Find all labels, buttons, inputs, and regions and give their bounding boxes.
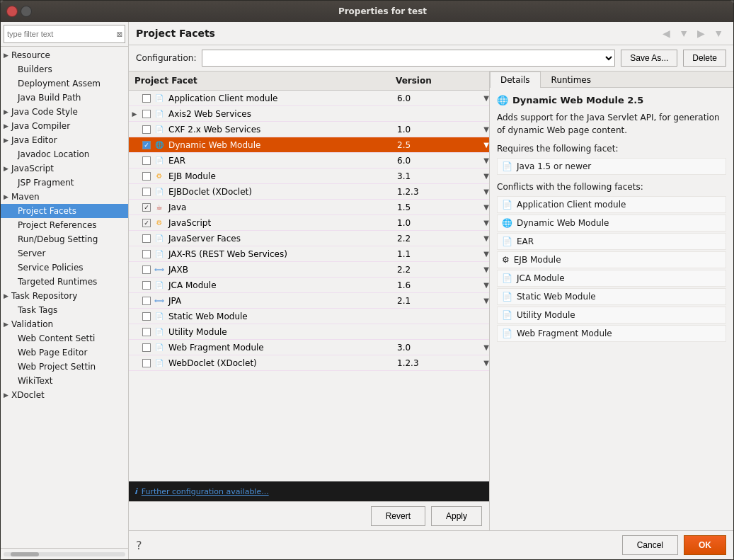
- table-row[interactable]: ⚙ JavaScript 1.0 ▼: [129, 215, 489, 231]
- version-dropdown[interactable]: ▼: [483, 141, 489, 149]
- checkbox[interactable]: [142, 328, 151, 336]
- sidebar-item-java-compiler[interactable]: ▶ Java Compiler: [1, 119, 128, 133]
- sidebar-item-resource[interactable]: ▶ Resource: [1, 48, 128, 62]
- sidebar-item-web-page-editor[interactable]: Web Page Editor: [1, 345, 128, 360]
- sidebar-item-web-content[interactable]: Web Content Setti: [1, 331, 128, 345]
- sidebar-item-validation[interactable]: ▶ Validation: [1, 317, 128, 331]
- checkbox[interactable]: [142, 125, 151, 134]
- checkbox[interactable]: [142, 156, 151, 165]
- row-checkbox[interactable]: [140, 188, 153, 196]
- sidebar-item-web-project[interactable]: Web Project Settin: [1, 360, 128, 374]
- sidebar-item-task-tags[interactable]: Task Tags: [1, 303, 128, 317]
- sidebar-item-task-repository[interactable]: ▶ Task Repository: [1, 289, 128, 303]
- close-button[interactable]: [6, 6, 18, 17]
- version-dropdown[interactable]: ▼: [483, 188, 489, 195]
- table-row[interactable]: 📄 CXF 2.x Web Services 1.0 ▼: [129, 122, 489, 137]
- table-row[interactable]: 📄 JavaServer Faces 2.2 ▼: [129, 231, 489, 246]
- table-row[interactable]: ☕ Java 1.5 ▼: [129, 200, 489, 215]
- sidebar-item-maven[interactable]: ▶ Maven: [1, 190, 128, 204]
- row-checkbox[interactable]: [140, 141, 153, 149]
- checkbox[interactable]: [142, 359, 151, 367]
- row-checkbox[interactable]: [140, 265, 153, 274]
- table-row[interactable]: 📄 JCA Module 1.6 ▼: [129, 278, 489, 293]
- version-dropdown[interactable]: ▼: [483, 265, 489, 273]
- row-checkbox[interactable]: [140, 219, 153, 227]
- table-row[interactable]: ⟺ JPA 2.1 ▼: [129, 293, 489, 309]
- version-dropdown[interactable]: ▼: [483, 359, 489, 367]
- help-icon[interactable]: ?: [136, 539, 142, 552]
- version-dropdown[interactable]: ▼: [483, 250, 489, 258]
- row-checkbox[interactable]: [140, 125, 153, 134]
- back-dropdown[interactable]: ▼: [676, 26, 692, 40]
- table-row[interactable]: ▶ 📄 Axis2 Web Services: [129, 106, 489, 122]
- version-dropdown[interactable]: ▼: [483, 203, 489, 211]
- sidebar-item-xdoclet[interactable]: ▶ XDoclet: [1, 388, 128, 402]
- minimize-button[interactable]: [21, 6, 32, 17]
- config-select[interactable]: [202, 50, 615, 67]
- sidebar-item-builders[interactable]: Builders: [1, 62, 128, 76]
- checkbox[interactable]: [142, 343, 151, 352]
- checkbox[interactable]: [142, 312, 151, 321]
- table-row[interactable]: 📄 Web Fragment Module 3.0 ▼: [129, 340, 489, 355]
- row-checkbox[interactable]: [140, 203, 153, 212]
- sidebar-item-project-facets[interactable]: Project Facets: [1, 204, 128, 218]
- row-checkbox[interactable]: [140, 328, 153, 336]
- table-row[interactable]: 📄 Utility Module: [129, 324, 489, 340]
- sidebar-item-wikitext[interactable]: WikiText: [1, 374, 128, 388]
- sidebar-item-jsp-fragment[interactable]: JSP Fragment: [1, 176, 128, 190]
- table-row[interactable]: 📄 EJBDoclet (XDoclet) 1.2.3 ▼: [129, 184, 489, 200]
- sidebar-item-project-references[interactable]: Project References: [1, 218, 128, 232]
- apply-button[interactable]: Apply: [431, 506, 482, 526]
- checkbox[interactable]: [142, 188, 151, 196]
- row-checkbox[interactable]: [140, 110, 153, 118]
- row-checkbox[interactable]: [140, 297, 153, 305]
- delete-button[interactable]: Delete: [683, 50, 726, 67]
- sidebar-item-deployment[interactable]: Deployment Assem: [1, 76, 128, 91]
- table-row[interactable]: 📄 Static Web Module: [129, 309, 489, 324]
- tab-details[interactable]: Details: [490, 72, 541, 88]
- checkbox[interactable]: [142, 141, 151, 149]
- version-dropdown[interactable]: ▼: [483, 125, 489, 133]
- version-dropdown[interactable]: ▼: [483, 94, 489, 102]
- sidebar-item-service-policies[interactable]: Service Policies: [1, 261, 128, 275]
- version-dropdown[interactable]: ▼: [483, 234, 489, 242]
- table-row[interactable]: 📄 JAX-RS (REST Web Services) 1.1 ▼: [129, 246, 489, 262]
- forward-button[interactable]: ▶: [694, 26, 708, 40]
- table-row[interactable]: 📄 Application Client module 6.0 ▼: [129, 91, 489, 106]
- forward-dropdown[interactable]: ▼: [711, 26, 726, 40]
- row-checkbox[interactable]: [140, 234, 153, 243]
- scroll-track[interactable]: [4, 552, 125, 556]
- checkbox[interactable]: [142, 265, 151, 274]
- sidebar-item-server[interactable]: Server: [1, 246, 128, 261]
- revert-button[interactable]: Revert: [371, 506, 425, 526]
- checkbox[interactable]: [142, 203, 151, 212]
- version-dropdown[interactable]: ▼: [483, 297, 489, 304]
- filter-input[interactable]: [4, 25, 125, 43]
- row-checkbox[interactable]: [140, 94, 153, 103]
- checkbox[interactable]: [142, 219, 151, 227]
- checkbox[interactable]: [142, 110, 151, 118]
- version-dropdown[interactable]: ▼: [483, 156, 489, 164]
- version-dropdown[interactable]: ▼: [483, 343, 489, 351]
- table-row[interactable]: ⟺ JAXB 2.2 ▼: [129, 262, 489, 278]
- sidebar-item-java-build-path[interactable]: Java Build Path: [1, 91, 128, 105]
- table-row[interactable]: ⚙ EJB Module 3.1 ▼: [129, 168, 489, 184]
- row-checkbox[interactable]: [140, 250, 153, 258]
- cancel-button[interactable]: Cancel: [622, 535, 678, 555]
- sidebar-item-java-code-style[interactable]: ▶ Java Code Style: [1, 105, 128, 119]
- table-row[interactable]: 🌐 Dynamic Web Module 2.5 ▼: [129, 137, 489, 153]
- checkbox[interactable]: [142, 281, 151, 290]
- sidebar-item-targeted-runtimes[interactable]: Targeted Runtimes: [1, 275, 128, 289]
- row-checkbox[interactable]: [140, 281, 153, 290]
- table-row[interactable]: 📄 EAR 6.0 ▼: [129, 153, 489, 168]
- checkbox[interactable]: [142, 172, 151, 181]
- sidebar-item-javadoc[interactable]: Javadoc Location: [1, 147, 128, 161]
- version-dropdown[interactable]: ▼: [483, 219, 489, 227]
- filter-clear-icon[interactable]: ⊠: [117, 30, 122, 38]
- sidebar-item-run-debug[interactable]: Run/Debug Setting: [1, 232, 128, 246]
- checkbox[interactable]: [142, 250, 151, 258]
- version-dropdown[interactable]: ▼: [483, 281, 489, 289]
- back-button[interactable]: ◀: [660, 26, 673, 40]
- tab-runtimes[interactable]: Runtimes: [541, 72, 602, 88]
- row-checkbox[interactable]: [140, 359, 153, 367]
